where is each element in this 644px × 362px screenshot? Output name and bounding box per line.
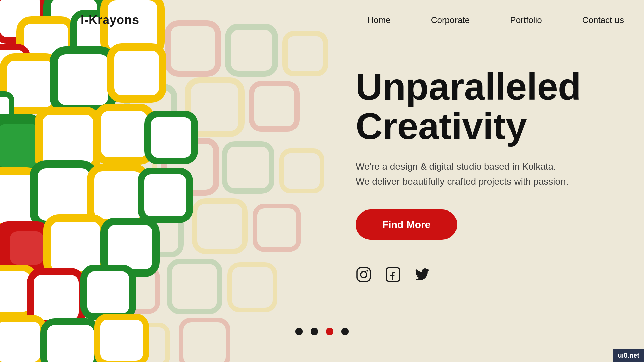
svg-rect-46 (0, 318, 44, 362)
carousel-dot-0[interactable] (295, 328, 303, 335)
nav-home[interactable]: Home (367, 15, 390, 25)
svg-rect-13 (255, 206, 299, 250)
find-more-button[interactable]: Find More (356, 209, 457, 240)
hero-subtitle-line2: We deliver beautifully crafted projects … (356, 176, 568, 187)
svg-rect-44 (30, 272, 82, 323)
svg-point-50 (361, 272, 367, 278)
carousel-dot-2[interactable] (326, 328, 333, 335)
nav-contact[interactable]: Contact us (582, 15, 624, 25)
crayon-squares-decoration (0, 0, 228, 362)
hero-subtitle-line1: We're a design & digital studio based in… (356, 161, 556, 172)
hero-title-line2: Creativity (356, 105, 527, 147)
facebook-icon[interactable] (385, 266, 401, 283)
svg-rect-49 (357, 268, 370, 281)
svg-rect-45 (84, 268, 132, 317)
svg-rect-38 (141, 171, 190, 220)
carousel-dot-3[interactable] (341, 328, 349, 335)
carousel-dots (295, 328, 349, 335)
carousel-dot-1[interactable] (311, 328, 318, 335)
social-icons (356, 266, 617, 283)
svg-rect-34 (148, 114, 195, 161)
svg-point-51 (367, 270, 368, 272)
nav-corporate[interactable]: Corporate (431, 15, 470, 25)
svg-rect-40 (10, 231, 44, 265)
svg-rect-28 (111, 47, 163, 99)
instagram-icon[interactable] (356, 266, 372, 283)
hero-title-line1: Unparalleled (356, 66, 581, 108)
navbar: I-Krayons Home Corporate Portfolio Conta… (0, 0, 644, 40)
svg-rect-16 (230, 265, 275, 310)
svg-rect-31 (0, 124, 40, 168)
watermark: ui8.net (613, 349, 644, 362)
svg-rect-9 (225, 144, 272, 191)
twitter-icon[interactable] (415, 266, 431, 283)
svg-rect-47 (44, 322, 97, 362)
nav-links: Home Corporate Portfolio Contact us (367, 15, 624, 25)
hero-title: Unparalleled Creativity (356, 67, 617, 146)
hero-content: Unparalleled Creativity We're a design &… (356, 67, 617, 283)
logo: I-Krayons (80, 13, 139, 27)
svg-rect-33 (97, 107, 151, 161)
svg-rect-27 (54, 50, 112, 109)
hero-subtitle: We're a design & digital studio based in… (356, 159, 617, 189)
nav-portfolio[interactable]: Portfolio (510, 15, 542, 25)
svg-rect-48 (97, 317, 146, 362)
svg-rect-6 (252, 84, 297, 129)
svg-rect-10 (282, 151, 322, 191)
